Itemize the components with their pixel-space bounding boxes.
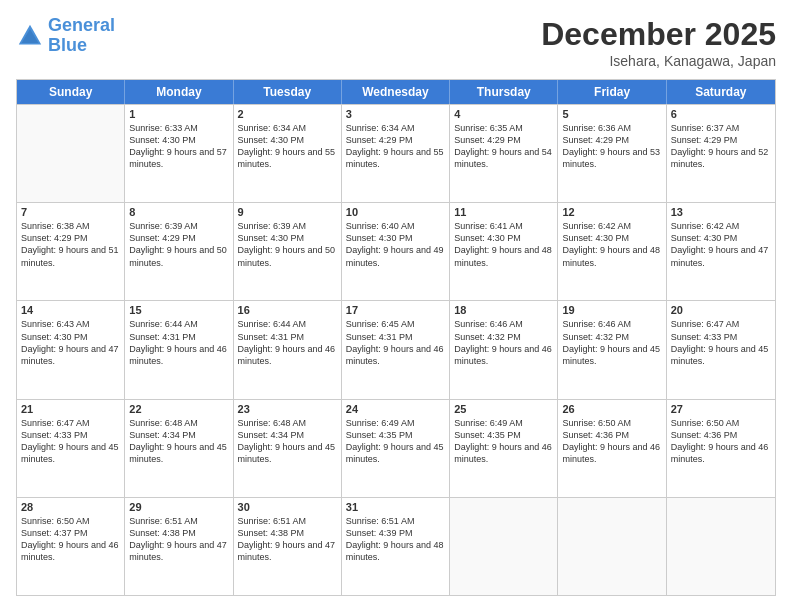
calendar-cell: 22 Sunrise: 6:48 AM Sunset: 4:34 PM Dayl… <box>125 400 233 497</box>
page: General Blue December 2025 Isehara, Kana… <box>0 0 792 612</box>
cell-info: Sunrise: 6:45 AM Sunset: 4:31 PM Dayligh… <box>346 318 445 367</box>
calendar-cell: 29 Sunrise: 6:51 AM Sunset: 4:38 PM Dayl… <box>125 498 233 595</box>
calendar-cell: 18 Sunrise: 6:46 AM Sunset: 4:32 PM Dayl… <box>450 301 558 398</box>
cell-info: Sunrise: 6:50 AM Sunset: 4:37 PM Dayligh… <box>21 515 120 564</box>
day-number: 2 <box>238 108 337 120</box>
day-number: 3 <box>346 108 445 120</box>
weekday-header: Wednesday <box>342 80 450 104</box>
day-number: 10 <box>346 206 445 218</box>
calendar: SundayMondayTuesdayWednesdayThursdayFrid… <box>16 79 776 596</box>
cell-info: Sunrise: 6:50 AM Sunset: 4:36 PM Dayligh… <box>671 417 771 466</box>
day-number: 7 <box>21 206 120 218</box>
logo-text: General Blue <box>48 16 115 56</box>
day-number: 14 <box>21 304 120 316</box>
cell-info: Sunrise: 6:44 AM Sunset: 4:31 PM Dayligh… <box>238 318 337 367</box>
calendar-cell: 21 Sunrise: 6:47 AM Sunset: 4:33 PM Dayl… <box>17 400 125 497</box>
day-number: 21 <box>21 403 120 415</box>
day-number: 8 <box>129 206 228 218</box>
weekday-header: Thursday <box>450 80 558 104</box>
cell-info: Sunrise: 6:51 AM Sunset: 4:38 PM Dayligh… <box>129 515 228 564</box>
cell-info: Sunrise: 6:48 AM Sunset: 4:34 PM Dayligh… <box>129 417 228 466</box>
day-number: 19 <box>562 304 661 316</box>
day-number: 6 <box>671 108 771 120</box>
day-number: 15 <box>129 304 228 316</box>
calendar-cell: 16 Sunrise: 6:44 AM Sunset: 4:31 PM Dayl… <box>234 301 342 398</box>
calendar-cell: 10 Sunrise: 6:40 AM Sunset: 4:30 PM Dayl… <box>342 203 450 300</box>
cell-info: Sunrise: 6:41 AM Sunset: 4:30 PM Dayligh… <box>454 220 553 269</box>
calendar-cell: 6 Sunrise: 6:37 AM Sunset: 4:29 PM Dayli… <box>667 105 775 202</box>
day-number: 20 <box>671 304 771 316</box>
day-number: 24 <box>346 403 445 415</box>
day-number: 12 <box>562 206 661 218</box>
day-number: 31 <box>346 501 445 513</box>
cell-info: Sunrise: 6:51 AM Sunset: 4:39 PM Dayligh… <box>346 515 445 564</box>
cell-info: Sunrise: 6:47 AM Sunset: 4:33 PM Dayligh… <box>21 417 120 466</box>
day-number: 1 <box>129 108 228 120</box>
cell-info: Sunrise: 6:36 AM Sunset: 4:29 PM Dayligh… <box>562 122 661 171</box>
calendar-cell: 4 Sunrise: 6:35 AM Sunset: 4:29 PM Dayli… <box>450 105 558 202</box>
calendar-cell: 19 Sunrise: 6:46 AM Sunset: 4:32 PM Dayl… <box>558 301 666 398</box>
calendar-header: SundayMondayTuesdayWednesdayThursdayFrid… <box>17 80 775 104</box>
calendar-cell: 12 Sunrise: 6:42 AM Sunset: 4:30 PM Dayl… <box>558 203 666 300</box>
calendar-row: 1 Sunrise: 6:33 AM Sunset: 4:30 PM Dayli… <box>17 104 775 202</box>
day-number: 22 <box>129 403 228 415</box>
logo: General Blue <box>16 16 115 56</box>
calendar-cell: 15 Sunrise: 6:44 AM Sunset: 4:31 PM Dayl… <box>125 301 233 398</box>
calendar-cell: 11 Sunrise: 6:41 AM Sunset: 4:30 PM Dayl… <box>450 203 558 300</box>
day-number: 23 <box>238 403 337 415</box>
calendar-cell: 17 Sunrise: 6:45 AM Sunset: 4:31 PM Dayl… <box>342 301 450 398</box>
calendar-cell: 24 Sunrise: 6:49 AM Sunset: 4:35 PM Dayl… <box>342 400 450 497</box>
day-number: 17 <box>346 304 445 316</box>
calendar-body: 1 Sunrise: 6:33 AM Sunset: 4:30 PM Dayli… <box>17 104 775 595</box>
cell-info: Sunrise: 6:46 AM Sunset: 4:32 PM Dayligh… <box>562 318 661 367</box>
cell-info: Sunrise: 6:34 AM Sunset: 4:29 PM Dayligh… <box>346 122 445 171</box>
cell-info: Sunrise: 6:39 AM Sunset: 4:29 PM Dayligh… <box>129 220 228 269</box>
weekday-header: Monday <box>125 80 233 104</box>
day-number: 13 <box>671 206 771 218</box>
weekday-header: Saturday <box>667 80 775 104</box>
cell-info: Sunrise: 6:47 AM Sunset: 4:33 PM Dayligh… <box>671 318 771 367</box>
day-number: 26 <box>562 403 661 415</box>
day-number: 18 <box>454 304 553 316</box>
calendar-row: 14 Sunrise: 6:43 AM Sunset: 4:30 PM Dayl… <box>17 300 775 398</box>
calendar-cell <box>17 105 125 202</box>
cell-info: Sunrise: 6:39 AM Sunset: 4:30 PM Dayligh… <box>238 220 337 269</box>
cell-info: Sunrise: 6:42 AM Sunset: 4:30 PM Dayligh… <box>671 220 771 269</box>
cell-info: Sunrise: 6:42 AM Sunset: 4:30 PM Dayligh… <box>562 220 661 269</box>
calendar-cell: 13 Sunrise: 6:42 AM Sunset: 4:30 PM Dayl… <box>667 203 775 300</box>
cell-info: Sunrise: 6:37 AM Sunset: 4:29 PM Dayligh… <box>671 122 771 171</box>
day-number: 5 <box>562 108 661 120</box>
calendar-cell: 30 Sunrise: 6:51 AM Sunset: 4:38 PM Dayl… <box>234 498 342 595</box>
calendar-cell: 2 Sunrise: 6:34 AM Sunset: 4:30 PM Dayli… <box>234 105 342 202</box>
calendar-cell <box>667 498 775 595</box>
month-title: December 2025 <box>541 16 776 53</box>
header: General Blue December 2025 Isehara, Kana… <box>16 16 776 69</box>
cell-info: Sunrise: 6:33 AM Sunset: 4:30 PM Dayligh… <box>129 122 228 171</box>
calendar-cell: 3 Sunrise: 6:34 AM Sunset: 4:29 PM Dayli… <box>342 105 450 202</box>
cell-info: Sunrise: 6:44 AM Sunset: 4:31 PM Dayligh… <box>129 318 228 367</box>
calendar-row: 21 Sunrise: 6:47 AM Sunset: 4:33 PM Dayl… <box>17 399 775 497</box>
day-number: 30 <box>238 501 337 513</box>
calendar-cell: 9 Sunrise: 6:39 AM Sunset: 4:30 PM Dayli… <box>234 203 342 300</box>
day-number: 11 <box>454 206 553 218</box>
day-number: 27 <box>671 403 771 415</box>
calendar-row: 28 Sunrise: 6:50 AM Sunset: 4:37 PM Dayl… <box>17 497 775 595</box>
cell-info: Sunrise: 6:46 AM Sunset: 4:32 PM Dayligh… <box>454 318 553 367</box>
calendar-cell <box>558 498 666 595</box>
cell-info: Sunrise: 6:34 AM Sunset: 4:30 PM Dayligh… <box>238 122 337 171</box>
calendar-row: 7 Sunrise: 6:38 AM Sunset: 4:29 PM Dayli… <box>17 202 775 300</box>
calendar-cell <box>450 498 558 595</box>
cell-info: Sunrise: 6:40 AM Sunset: 4:30 PM Dayligh… <box>346 220 445 269</box>
cell-info: Sunrise: 6:50 AM Sunset: 4:36 PM Dayligh… <box>562 417 661 466</box>
logo-icon <box>16 22 44 50</box>
calendar-cell: 7 Sunrise: 6:38 AM Sunset: 4:29 PM Dayli… <box>17 203 125 300</box>
day-number: 16 <box>238 304 337 316</box>
day-number: 28 <box>21 501 120 513</box>
cell-info: Sunrise: 6:43 AM Sunset: 4:30 PM Dayligh… <box>21 318 120 367</box>
cell-info: Sunrise: 6:48 AM Sunset: 4:34 PM Dayligh… <box>238 417 337 466</box>
day-number: 25 <box>454 403 553 415</box>
calendar-cell: 26 Sunrise: 6:50 AM Sunset: 4:36 PM Dayl… <box>558 400 666 497</box>
weekday-header: Tuesday <box>234 80 342 104</box>
calendar-cell: 31 Sunrise: 6:51 AM Sunset: 4:39 PM Dayl… <box>342 498 450 595</box>
cell-info: Sunrise: 6:51 AM Sunset: 4:38 PM Dayligh… <box>238 515 337 564</box>
